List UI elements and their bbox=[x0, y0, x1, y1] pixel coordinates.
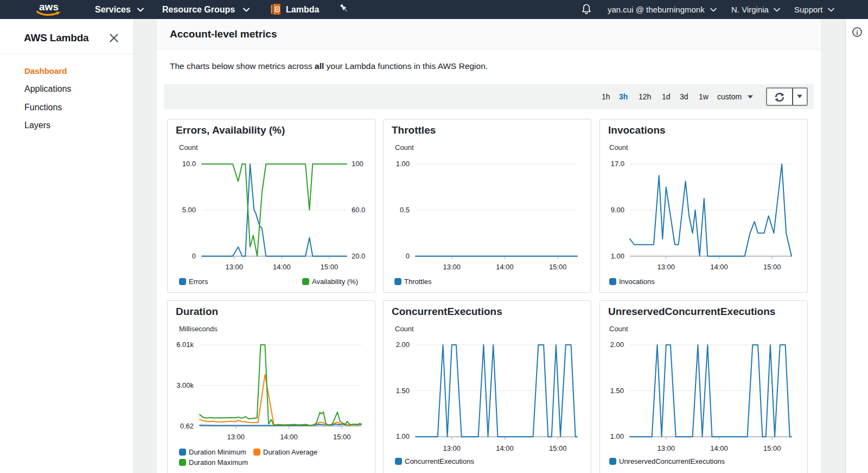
svg-text:i: i bbox=[856, 28, 858, 36]
svg-text:aws: aws bbox=[39, 1, 59, 12]
